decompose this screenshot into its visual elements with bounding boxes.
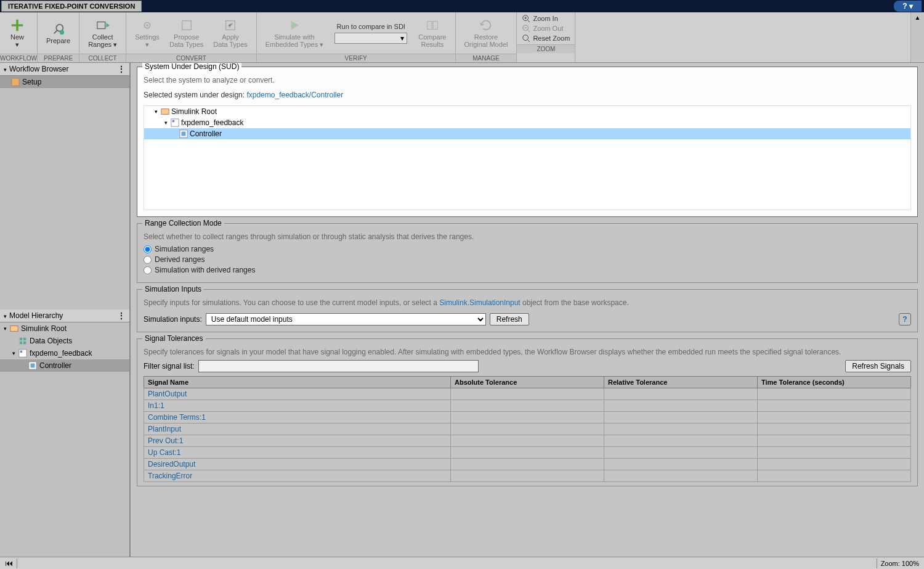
workflow-setup-item[interactable]: Setup	[0, 76, 129, 88]
model-hierarchy-header[interactable]: ▾Model Hierarchy ⋮	[0, 309, 129, 322]
propose-button[interactable]: Propose Data Types	[164, 17, 208, 49]
sim-inputs-refresh-button[interactable]: Refresh	[490, 313, 529, 325]
subsystem-icon	[179, 129, 188, 138]
tolerance-cell[interactable]	[604, 435, 758, 447]
tolerance-cell[interactable]	[758, 400, 911, 412]
table-row[interactable]: PlantInput	[144, 424, 911, 435]
tolerance-cell[interactable]	[758, 459, 911, 470]
signal-name-cell[interactable]: TrackingError	[144, 470, 451, 482]
tolerance-cell[interactable]	[604, 470, 758, 482]
new-button[interactable]: New ▾	[4, 17, 31, 49]
help-button[interactable]: ? ▾	[894, 1, 922, 12]
tolerance-cell[interactable]	[604, 447, 758, 459]
tolerance-cell[interactable]	[604, 459, 758, 470]
tolerance-cell[interactable]	[758, 424, 911, 435]
signal-name-cell[interactable]: Up Cast:1	[144, 447, 451, 459]
range-mode-sim-radio[interactable]	[144, 245, 152, 253]
sim-inputs-select[interactable]: Use default model inputs	[206, 313, 486, 325]
col-signal-name[interactable]: Signal Name	[144, 377, 451, 388]
sud-selected-path[interactable]: fxpdemo_feedback/Controller	[246, 91, 343, 99]
tolerance-cell[interactable]	[451, 424, 604, 435]
tolerance-cell[interactable]	[758, 447, 911, 459]
svg-rect-17	[23, 338, 26, 340]
apply-button[interactable]: Apply Data Types	[208, 17, 252, 49]
tolerance-cell[interactable]	[604, 424, 758, 435]
tolerance-cell[interactable]	[758, 435, 911, 447]
hierarchy-data-objects[interactable]: Data Objects	[0, 335, 129, 347]
col-abs-tol[interactable]: Absolute Tolerance	[451, 377, 604, 388]
tolerance-cell[interactable]	[451, 400, 604, 412]
simulate-button[interactable]: Simulate with Embedded Types ▾	[261, 17, 328, 49]
restore-button[interactable]: Restore Original Model	[460, 17, 513, 49]
compare-results-button[interactable]: Compare Results	[413, 17, 451, 49]
col-rel-tol[interactable]: Relative Tolerance	[604, 377, 758, 388]
table-row[interactable]: DesiredOutput	[144, 459, 911, 470]
tolerance-cell[interactable]	[604, 388, 758, 400]
table-row[interactable]: In1:1	[144, 400, 911, 412]
sig-tol-info: Specify tolerances for signals in your m…	[144, 348, 911, 356]
sud-tree-model[interactable]: ▾ fxpdemo_feedback	[144, 117, 910, 128]
signal-name-cell[interactable]: Prev Out:1	[144, 435, 451, 447]
table-row[interactable]: Combine Terms:1	[144, 412, 911, 424]
range-mode-both-radio[interactable]	[144, 266, 152, 274]
sud-tree-controller[interactable]: Controller	[144, 128, 910, 139]
filter-signal-input[interactable]	[198, 360, 479, 372]
tolerance-cell[interactable]	[758, 388, 911, 400]
refresh-signals-button[interactable]: Refresh Signals	[845, 360, 911, 372]
signal-name-cell[interactable]: DesiredOutput	[144, 459, 451, 470]
expand-icon[interactable]: ▾	[4, 325, 9, 332]
tolerance-cell[interactable]	[451, 388, 604, 400]
tolerance-cell[interactable]	[451, 470, 604, 482]
goto-start-button[interactable]: ⏮	[5, 559, 13, 568]
hierarchy-controller[interactable]: Controller	[0, 359, 129, 372]
signal-name-cell[interactable]: PlantInput	[144, 424, 451, 435]
hierarchy-root[interactable]: ▾ Simulink Root	[0, 322, 129, 335]
panel-menu-icon[interactable]: ⋮	[118, 65, 126, 73]
tolerance-cell[interactable]	[451, 435, 604, 447]
zoom-in-button[interactable]: Zoom In	[522, 14, 570, 23]
sud-fieldset: System Under Design (SUD) Select the sys…	[137, 67, 918, 217]
zoom-out-button[interactable]: Zoom Out	[522, 24, 570, 33]
titlebar-tab[interactable]: ITERATIVE FIXED-POINT CONVERSION	[1, 1, 142, 12]
tolerance-cell[interactable]	[758, 470, 911, 482]
table-row[interactable]: Prev Out:1	[144, 435, 911, 447]
ribbon-collapse-button[interactable]: ▲	[910, 12, 924, 62]
signal-name-cell[interactable]: In1:1	[144, 400, 451, 412]
tolerance-cell[interactable]	[451, 447, 604, 459]
range-mode-both[interactable]: Simulation with derived ranges	[144, 266, 911, 274]
tolerance-cell[interactable]	[758, 412, 911, 424]
reset-zoom-button[interactable]: Reset Zoom	[522, 34, 570, 43]
table-row[interactable]: PlantOutput	[144, 388, 911, 400]
expand-icon[interactable]: ▾	[163, 120, 169, 126]
range-mode-derived-radio[interactable]	[144, 256, 152, 264]
titlebar: ITERATIVE FIXED-POINT CONVERSION ? ▾	[0, 0, 924, 12]
collect-ranges-button[interactable]: Collect Ranges ▾	[83, 17, 122, 49]
workflow-browser-header[interactable]: ▾Workflow Browser ⋮	[0, 63, 129, 76]
settings-button[interactable]: Settings ▾	[130, 17, 164, 49]
hierarchy-model[interactable]: ▾ fxpdemo_feedback	[0, 347, 129, 359]
panel-menu-icon[interactable]: ⋮	[118, 311, 126, 320]
table-row[interactable]: Up Cast:1	[144, 447, 911, 459]
convert-group-label: CONVERT	[126, 54, 256, 62]
signal-name-cell[interactable]: PlantOutput	[144, 388, 451, 400]
svg-point-1	[59, 30, 63, 34]
sdi-select[interactable]: ▾	[334, 33, 407, 44]
col-time-tol[interactable]: Time Tolerance (seconds)	[758, 377, 911, 388]
prepare-button[interactable]: Prepare	[41, 21, 75, 46]
sim-input-obj-link[interactable]: Simulink.SimulationInput	[439, 298, 520, 307]
sud-tree-root[interactable]: ▾ Simulink Root	[144, 106, 910, 117]
expand-icon[interactable]: ▾	[12, 350, 17, 356]
expand-icon[interactable]: ▾	[153, 108, 159, 115]
table-row[interactable]: TrackingError	[144, 470, 911, 482]
tolerance-cell[interactable]	[604, 412, 758, 424]
sim-inputs-help-button[interactable]: ?	[899, 313, 911, 325]
zoom-level[interactable]: Zoom: 100%	[881, 560, 919, 567]
range-mode-derived[interactable]: Derived ranges	[144, 255, 911, 264]
svg-marker-8	[291, 20, 299, 30]
tolerance-cell[interactable]	[451, 412, 604, 424]
signal-name-cell[interactable]: Combine Terms:1	[144, 412, 451, 424]
tolerance-cell[interactable]	[451, 459, 604, 470]
tolerance-cell[interactable]	[604, 400, 758, 412]
range-mode-sim[interactable]: Simulation ranges	[144, 245, 911, 253]
simulink-root-icon	[161, 107, 169, 116]
